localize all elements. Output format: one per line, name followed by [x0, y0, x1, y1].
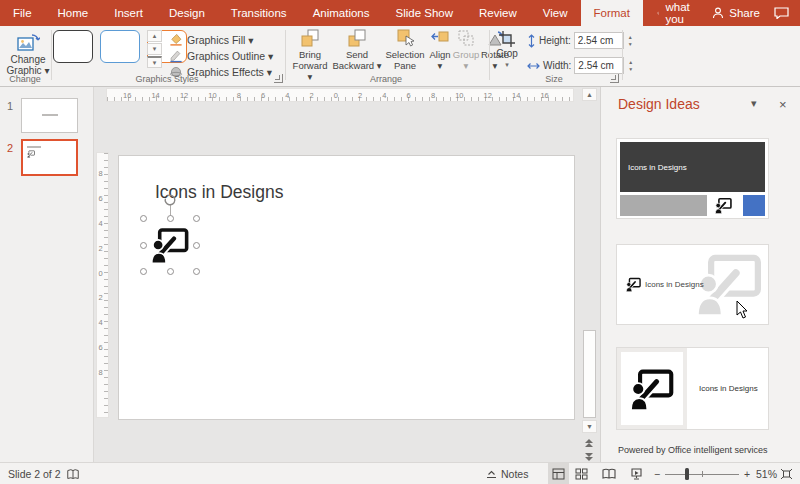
- vruler-number: 4: [98, 219, 102, 228]
- send-backward-label: Send: [346, 49, 368, 60]
- ribbon-tab-slide-show[interactable]: Slide Show: [383, 0, 467, 26]
- design-ideas-title: Design Ideas: [618, 96, 700, 112]
- slide-sorter-icon: [575, 468, 588, 480]
- hruler-number: 10: [455, 91, 463, 100]
- ribbon-tab-review[interactable]: Review: [466, 0, 530, 26]
- reading-view-button[interactable]: [602, 463, 616, 484]
- gallery-scroll-down[interactable]: ▾: [147, 43, 162, 55]
- ribbon-tab-view[interactable]: View: [530, 0, 581, 26]
- scrollbar-thumb[interactable]: [583, 330, 596, 418]
- vruler-number: 2: [98, 244, 102, 253]
- design-idea-card-1[interactable]: Icons in Designs: [616, 138, 769, 219]
- graphics-style-swatch-style-blue[interactable]: [100, 30, 140, 63]
- graphics-fill-icon: [169, 33, 183, 47]
- width-label: Width:: [543, 60, 571, 71]
- resize-handle-w[interactable]: [140, 242, 147, 249]
- slideshow-button[interactable]: [630, 463, 643, 484]
- card-2-icon: [626, 277, 641, 292]
- resize-handle-sw[interactable]: [140, 268, 147, 275]
- graphics-styles-dialog-launcher[interactable]: [274, 74, 283, 83]
- card-1-icon: [715, 197, 732, 214]
- ribbon-tab-design[interactable]: Design: [156, 0, 218, 26]
- align-button[interactable]: Align▾: [427, 28, 453, 80]
- resize-handle-n[interactable]: [167, 215, 174, 222]
- previous-slide-button[interactable]: [584, 438, 594, 448]
- resize-handle-nw[interactable]: [140, 215, 147, 222]
- selection-pane-icon: [395, 28, 415, 48]
- graphics-outline-button[interactable]: Graphics Outline ▾: [169, 47, 273, 64]
- ribbon-tab-insert[interactable]: Insert: [101, 0, 156, 26]
- presenter-graphic-icon[interactable]: [151, 226, 189, 264]
- graphics-styles-group-label: Graphics Styles: [52, 74, 282, 84]
- hruler-number: 6: [261, 91, 265, 100]
- size-dialog-launcher[interactable]: [610, 74, 619, 83]
- pane-menu-chevron-icon[interactable]: ▾: [751, 97, 757, 110]
- crop-button[interactable]: Crop ▾: [493, 30, 521, 70]
- tell-me-box[interactable]: Tell me what you want to do: [643, 0, 712, 26]
- graphics-fill-button[interactable]: Graphics Fill ▾: [169, 31, 254, 48]
- comment-icon[interactable]: [774, 7, 789, 19]
- selected-graphic[interactable]: [143, 218, 197, 272]
- scroll-down-button[interactable]: ▼: [582, 420, 597, 433]
- zoom-in-button[interactable]: +: [744, 463, 750, 484]
- share-button[interactable]: Share: [712, 7, 760, 19]
- align-icon: [430, 28, 450, 48]
- scroll-up-button[interactable]: ▲: [582, 88, 597, 101]
- gallery-more-button[interactable]: ▾: [147, 56, 162, 68]
- notes-label: Notes: [501, 468, 528, 480]
- change-graphic-button[interactable]: Change Graphic ▾: [6, 30, 50, 76]
- hruler-number: 12: [484, 91, 492, 100]
- height-input[interactable]: [574, 32, 624, 49]
- zoom-slider[interactable]: [665, 463, 739, 484]
- ribbon-tab-format[interactable]: Format: [581, 0, 643, 26]
- ribbon-tab-home[interactable]: Home: [45, 0, 102, 26]
- slide-sorter-button[interactable]: [575, 463, 588, 484]
- group-label: Group: [453, 49, 479, 60]
- height-spinner[interactable]: ▲▼: [628, 35, 633, 47]
- width-spinner[interactable]: ▲▼: [628, 60, 633, 72]
- fit-slide-button[interactable]: [780, 463, 793, 484]
- width-field-row: Width: ▲▼: [527, 57, 633, 74]
- selection-pane-button[interactable]: SelectionPane: [383, 28, 427, 80]
- normal-view-button[interactable]: [548, 463, 569, 484]
- hruler-number: 2: [358, 91, 362, 100]
- slide-2-thumbnail[interactable]: [21, 139, 78, 176]
- graphics-style-swatch-style-black[interactable]: [53, 30, 93, 63]
- ribbon-tab-animations[interactable]: Animations: [300, 0, 383, 26]
- resize-handle-se[interactable]: [193, 268, 200, 275]
- group-icon: [456, 28, 476, 48]
- pane-close-icon[interactable]: ×: [779, 97, 787, 112]
- rotate-handle[interactable]: [164, 194, 176, 206]
- ribbon-tab-transitions[interactable]: Transitions: [218, 0, 300, 26]
- zoom-slider-thumb[interactable]: [685, 468, 689, 480]
- bring-forward-button[interactable]: BringForward ▾: [289, 28, 331, 80]
- graphics-fill-label: Graphics Fill ▾: [187, 34, 254, 46]
- resize-handle-s[interactable]: [167, 268, 174, 275]
- notes-button[interactable]: Notes: [486, 463, 528, 484]
- hruler-number: 6: [407, 91, 411, 100]
- design-idea-card-2[interactable]: Icons in Designs: [616, 244, 769, 325]
- ribbon-tab-bar: FileHomeInsertDesignTransitionsAnimation…: [0, 0, 800, 26]
- resize-handle-ne[interactable]: [193, 215, 200, 222]
- tabbar-right: Share: [712, 0, 800, 26]
- card-3-icon: [630, 367, 674, 411]
- gallery-scroll-up[interactable]: ▴: [147, 30, 162, 42]
- change-group-label: Change: [0, 74, 50, 84]
- vruler-number: 4: [98, 318, 102, 327]
- send-backward-icon: [347, 28, 367, 48]
- slide-indicator[interactable]: Slide 2 of 2: [8, 463, 61, 484]
- slide-1-thumbnail[interactable]: [21, 98, 78, 133]
- ribbon-tab-file[interactable]: File: [0, 0, 45, 26]
- next-slide-button[interactable]: [584, 452, 594, 462]
- send-backward-button[interactable]: SendBackward ▾: [331, 28, 383, 80]
- zoom-out-button[interactable]: −: [654, 463, 660, 484]
- powerpoint-window: FileHomeInsertDesignTransitionsAnimation…: [0, 0, 800, 484]
- width-input[interactable]: [574, 57, 624, 74]
- resize-handle-e[interactable]: [193, 242, 200, 249]
- design-idea-card-3[interactable]: Icons in Designs: [616, 347, 769, 430]
- hruler-number: 8: [237, 91, 241, 100]
- slide-thumbnail-panel: 1 2: [0, 87, 94, 462]
- zoom-level[interactable]: 51%: [756, 463, 777, 484]
- spell-check-icon[interactable]: [66, 463, 80, 484]
- slide-editing-surface[interactable]: Icons in Designs: [118, 155, 575, 420]
